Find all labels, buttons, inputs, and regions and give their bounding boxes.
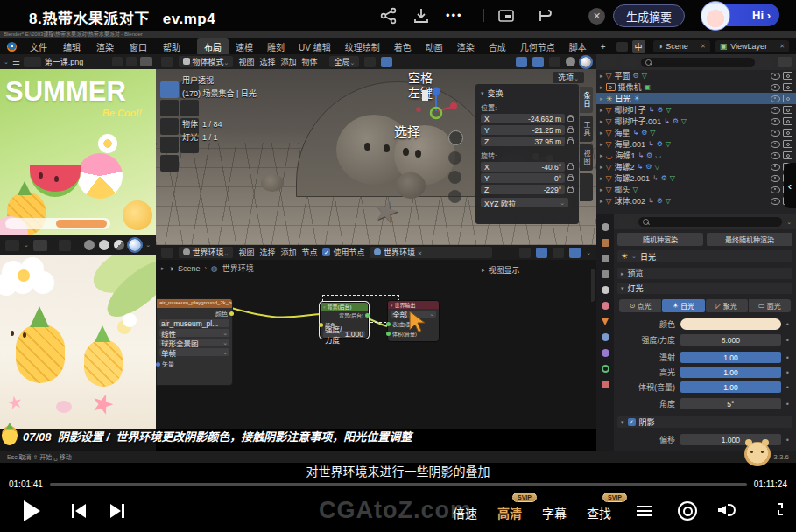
node-menu-node[interactable]: 节点: [301, 247, 317, 258]
show-gizmo-icon[interactable]: [516, 57, 527, 67]
disable-render-icon[interactable]: [783, 94, 792, 102]
gizmo-icon[interactable]: [5, 240, 19, 251]
volume-icon[interactable]: [718, 504, 736, 516]
disable-render-icon[interactable]: [783, 106, 792, 114]
workspace-tab-scripting[interactable]: 脚本: [562, 38, 594, 55]
xray-toggle-icon[interactable]: [59, 240, 71, 251]
menu-help[interactable]: 帮助: [155, 40, 188, 53]
outliner-row[interactable]: ▸摄像机▣: [596, 81, 796, 93]
fake-user-icon[interactable]: [112, 57, 123, 66]
loc-z-field[interactable]: Z37.95 m: [481, 136, 574, 146]
outliner-row[interactable]: ▸▽海星↳⚙▽: [596, 127, 796, 138]
node-menu-add[interactable]: 添加: [280, 247, 296, 258]
cast-icon[interactable]: [536, 7, 553, 24]
image-filename[interactable]: 第一课.png: [45, 56, 84, 67]
snap-icon[interactable]: [536, 248, 547, 258]
shading-material-icon[interactable]: [114, 240, 124, 250]
hide-viewport-icon[interactable]: [771, 198, 780, 205]
new-collection-icon[interactable]: [778, 57, 792, 67]
outliner-row-selected[interactable]: ▸☀日光☀: [596, 93, 796, 104]
outliner-filter-mode-icon[interactable]: [621, 57, 637, 67]
disable-render-icon[interactable]: [783, 83, 792, 91]
strength-field[interactable]: 强度/力度1.000: [323, 331, 365, 338]
copy-image-icon[interactable]: [126, 57, 137, 66]
editor-type-icon[interactable]: [161, 57, 173, 67]
viewport-menu-object[interactable]: 物体: [301, 56, 317, 67]
node-menu-view[interactable]: 视图: [238, 247, 254, 258]
orientation-selector[interactable]: 全局⌄: [329, 56, 359, 67]
viewport-nav-gizmos[interactable]: [448, 130, 463, 203]
projection-dropdown[interactable]: 球形全景图⌄: [159, 339, 229, 346]
workspace-tab-layout[interactable]: 布局: [197, 38, 229, 55]
volume-slider[interactable]: 1.00: [680, 382, 781, 393]
shading-wireframe-icon[interactable]: [566, 57, 575, 66]
share-icon[interactable]: [380, 7, 398, 24]
shading-solid-icon[interactable]: [99, 240, 109, 250]
workspace-tab-texture-paint[interactable]: 纹理绘制: [338, 38, 387, 55]
node-editor-canvas[interactable]: ▸ ◑Scene › ◍世界环境 ▸视图显示 air_museum_playgr…: [156, 260, 596, 429]
shadow-checkbox[interactable]: ✓: [628, 418, 636, 426]
download-icon[interactable]: [412, 7, 430, 24]
outliner-search-input[interactable]: [641, 58, 755, 67]
outliner-row[interactable]: ▸▽椰头▽: [596, 184, 796, 195]
properties-editor-icon[interactable]: [618, 217, 634, 228]
workspace-tab-shading[interactable]: 着色: [387, 38, 419, 55]
light-data-selector[interactable]: ☀⌄ 日光: [617, 250, 792, 262]
shading-rendered-icon[interactable]: [129, 239, 141, 251]
duplicate-workspace-icon[interactable]: [616, 42, 628, 52]
viewport-menu-add[interactable]: 添加: [280, 56, 296, 67]
editor-type-icon[interactable]: ⌄: [4, 59, 9, 66]
mode-selector[interactable]: 物体模式⌄: [179, 56, 233, 67]
disable-render-icon[interactable]: [783, 151, 792, 159]
rot-y-field[interactable]: Y0°: [481, 173, 574, 183]
rot-x-field[interactable]: X-40.6°: [481, 162, 574, 172]
light-type-sun[interactable]: ☀日光: [662, 299, 704, 312]
menu-edit[interactable]: 编辑: [55, 40, 88, 53]
light-color-swatch[interactable]: [680, 318, 781, 330]
properties-search-input[interactable]: [638, 217, 782, 227]
outliner-row[interactable]: ▸▽海螺2↳⚙▽: [596, 161, 796, 172]
previous-button[interactable]: [72, 504, 86, 518]
specular-slider[interactable]: 1.00: [680, 367, 781, 378]
light-type-area[interactable]: ▭面光: [749, 299, 791, 312]
chevron-down-icon[interactable]: ⌄: [24, 242, 29, 248]
menu-window[interactable]: 窗口: [122, 40, 155, 53]
menu-file[interactable]: 文件: [22, 40, 55, 53]
background-output-socket[interactable]: [365, 313, 370, 318]
quality-button[interactable]: 高清: [497, 504, 522, 522]
rot-z-field[interactable]: Z-229°: [481, 185, 574, 194]
viewport-3d[interactable]: ★ 用户透视 (170) 场景集合 | 日光 物体 1 / 84 灯光 1 / …: [156, 69, 596, 245]
workspace-tab-uv[interactable]: UV 编辑: [292, 38, 338, 55]
world-datablock-field[interactable]: 世界环境 ✕: [370, 247, 492, 258]
toggle-xray-icon[interactable]: [549, 57, 560, 67]
progress-track[interactable]: [50, 483, 747, 486]
menu-render[interactable]: 渲染: [88, 40, 122, 53]
overlay-dropdown-icon[interactable]: [553, 248, 564, 258]
loc-x-field[interactable]: X-24.662 m: [481, 114, 574, 123]
playlist-icon[interactable]: [637, 505, 652, 517]
hide-viewport-icon[interactable]: [771, 107, 780, 114]
final-random-seed-render-button[interactable]: 最终随机种渲染: [707, 233, 792, 246]
angle-field[interactable]: 5°: [680, 398, 781, 410]
viewlayer-selector[interactable]: ▣ViewLayer ✕: [715, 40, 789, 52]
generate-summary-button[interactable]: 生成摘要: [613, 4, 685, 27]
speed-button[interactable]: 倍速: [453, 504, 477, 522]
light-section-header[interactable]: ▾灯光: [617, 283, 792, 294]
environment-texture-node[interactable]: air_museum_playground_2k_hdr.hdr 颜色 air_…: [156, 298, 233, 386]
image-datablock-icon[interactable]: [24, 57, 41, 67]
hide-viewport-icon[interactable]: [771, 84, 780, 91]
open-image-icon[interactable]: [140, 57, 152, 66]
workspace-tab-animation[interactable]: 动画: [419, 38, 450, 55]
loc-y-field[interactable]: Y-21.25 m: [481, 125, 574, 135]
search-button[interactable]: 查找: [587, 504, 611, 522]
bias-field[interactable]: 1.000: [680, 434, 781, 445]
outliner-row[interactable]: ▸▽椰树叶子.001↳⚙▽: [596, 116, 796, 127]
options-button[interactable]: 选项⌄: [553, 72, 584, 83]
hide-viewport-icon[interactable]: [771, 175, 780, 182]
hide-viewport-icon[interactable]: [771, 95, 780, 102]
blender-logo-icon[interactable]: [7, 42, 17, 52]
show-overlays-icon[interactable]: [532, 57, 544, 67]
shadow-section-header[interactable]: ▾ ✓ 阴影: [617, 416, 792, 428]
shading-solid-icon[interactable]: [581, 57, 591, 67]
color-output-socket[interactable]: [229, 312, 234, 316]
